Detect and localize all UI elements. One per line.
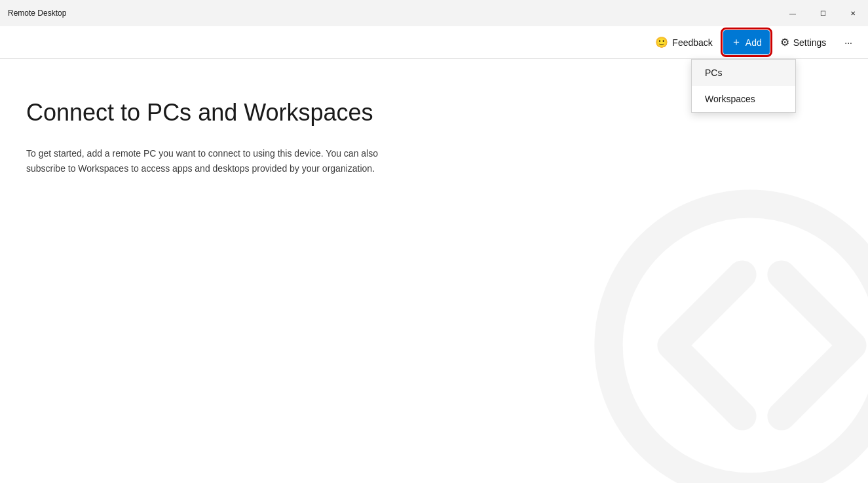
title-bar-controls: — ☐ ✕ xyxy=(778,0,868,26)
add-dropdown-menu: PCs Workspaces xyxy=(691,59,796,113)
feedback-button[interactable]: 🙂 Feedback xyxy=(647,31,720,54)
title-bar-left: Remote Desktop xyxy=(8,9,66,18)
feedback-icon: 🙂 xyxy=(655,36,668,48)
feedback-label: Feedback xyxy=(672,37,712,48)
app-title: Remote Desktop xyxy=(8,9,66,18)
page-description: To get started, add a remote PC you want… xyxy=(26,146,419,176)
toolbar: 🙂 Feedback ＋ Add ⚙ Settings ··· xyxy=(0,26,868,59)
settings-button[interactable]: ⚙ Settings xyxy=(772,31,835,54)
svg-point-0 xyxy=(609,204,868,483)
settings-label: Settings xyxy=(793,37,827,48)
settings-icon: ⚙ xyxy=(780,36,789,48)
dropdown-item-pcs[interactable]: PCs xyxy=(692,60,795,86)
main-content: Connect to PCs and Workspaces To get sta… xyxy=(0,59,868,483)
more-button[interactable]: ··· xyxy=(837,32,860,53)
maximize-button[interactable]: ☐ xyxy=(808,0,838,26)
minimize-button[interactable]: — xyxy=(778,0,808,26)
add-icon: ＋ xyxy=(731,35,742,49)
dropdown-item-workspaces[interactable]: Workspaces xyxy=(692,86,795,112)
watermark-logo xyxy=(593,188,868,483)
pcs-label: PCs xyxy=(705,68,722,78)
more-label: ··· xyxy=(844,37,852,48)
close-button[interactable]: ✕ xyxy=(838,0,868,26)
add-label: Add xyxy=(745,37,762,48)
title-bar: Remote Desktop — ☐ ✕ xyxy=(0,0,868,26)
add-button[interactable]: ＋ Add xyxy=(723,30,770,54)
workspaces-label: Workspaces xyxy=(705,94,755,104)
